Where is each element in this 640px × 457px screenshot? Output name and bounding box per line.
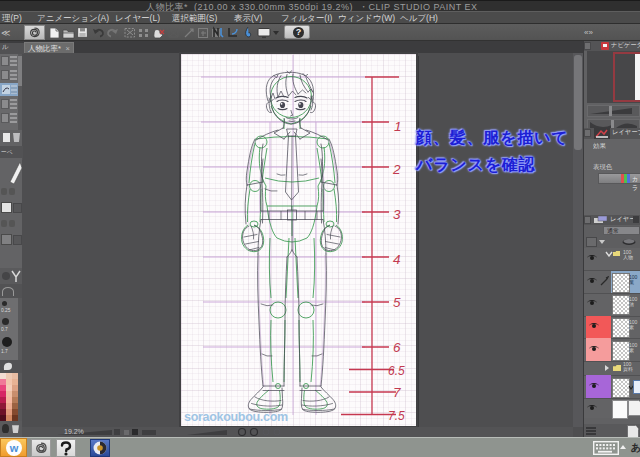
svg-text:7: 7 — [393, 385, 401, 400]
svg-text:2: 2 — [392, 162, 401, 177]
svg-text:7.5: 7.5 — [388, 409, 405, 423]
svg-text:3: 3 — [393, 207, 401, 222]
svg-text:6.5: 6.5 — [388, 364, 405, 378]
svg-text:1: 1 — [394, 119, 402, 134]
svg-text:6: 6 — [393, 340, 401, 355]
svg-text:4: 4 — [393, 252, 401, 267]
svg-text:5: 5 — [393, 295, 401, 310]
